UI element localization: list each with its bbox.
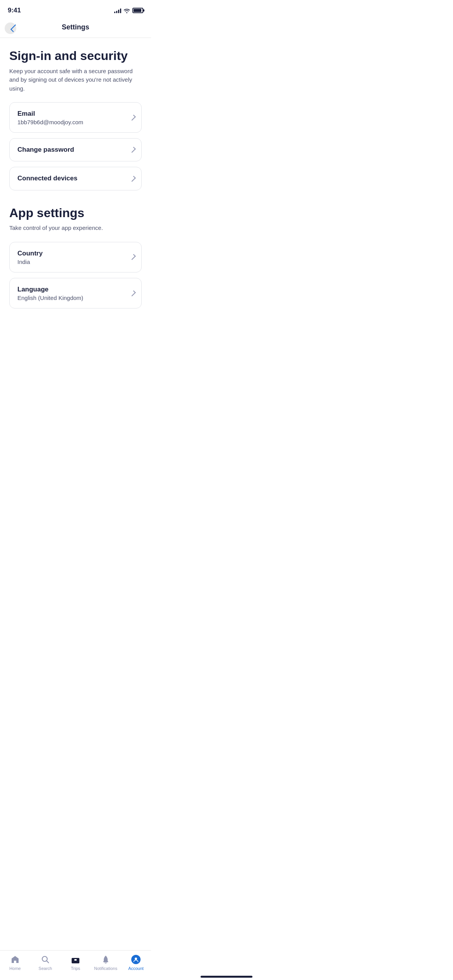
change-password-row[interactable]: Change password <box>9 138 142 161</box>
change-password-chevron-icon <box>130 147 136 153</box>
nav-header: Settings <box>0 19 151 38</box>
sign-in-security-desc: Keep your account safe with a secure pas… <box>9 67 142 93</box>
email-row[interactable]: Email 1bb79b6d@moodjoy.com <box>9 102 142 133</box>
change-password-content: Change password <box>17 146 128 154</box>
sign-in-security-title: Sign-in and security <box>9 49 142 63</box>
sign-in-security-section: Sign-in and security Keep your account s… <box>9 49 142 190</box>
connected-devices-label: Connected devices <box>17 174 128 183</box>
connected-devices-content: Connected devices <box>17 174 128 183</box>
country-chevron-icon <box>130 254 136 260</box>
status-icons <box>114 8 143 13</box>
app-settings-section: App settings Take control of your app ex… <box>9 206 142 308</box>
signal-icon <box>114 8 121 13</box>
connected-devices-row[interactable]: Connected devices <box>9 167 142 190</box>
language-row[interactable]: Language English (United Kingdom) <box>9 278 142 308</box>
status-time: 9:41 <box>8 7 21 14</box>
back-button[interactable] <box>6 21 20 35</box>
back-chevron-icon <box>10 24 18 32</box>
email-value: 1bb79b6d@moodjoy.com <box>17 119 128 125</box>
app-settings-title: App settings <box>9 206 142 220</box>
change-password-label: Change password <box>17 146 128 154</box>
language-content: Language English (United Kingdom) <box>17 285 128 301</box>
wifi-icon <box>124 8 130 13</box>
country-content: Country India <box>17 249 128 265</box>
page-title: Settings <box>62 23 89 31</box>
country-row[interactable]: Country India <box>9 242 142 272</box>
language-label: Language <box>17 285 128 294</box>
country-label: Country <box>17 249 128 258</box>
status-bar: 9:41 <box>0 0 151 19</box>
email-row-content: Email 1bb79b6d@moodjoy.com <box>17 110 128 125</box>
settings-content: Sign-in and security Keep your account s… <box>0 38 151 363</box>
app-settings-desc: Take control of your app experience. <box>9 224 142 233</box>
language-chevron-icon <box>130 290 136 296</box>
language-value: English (United Kingdom) <box>17 295 128 301</box>
email-label: Email <box>17 110 128 118</box>
country-value: India <box>17 259 128 265</box>
connected-devices-chevron-icon <box>130 176 136 182</box>
email-chevron-icon <box>130 115 136 121</box>
battery-icon <box>132 8 143 13</box>
